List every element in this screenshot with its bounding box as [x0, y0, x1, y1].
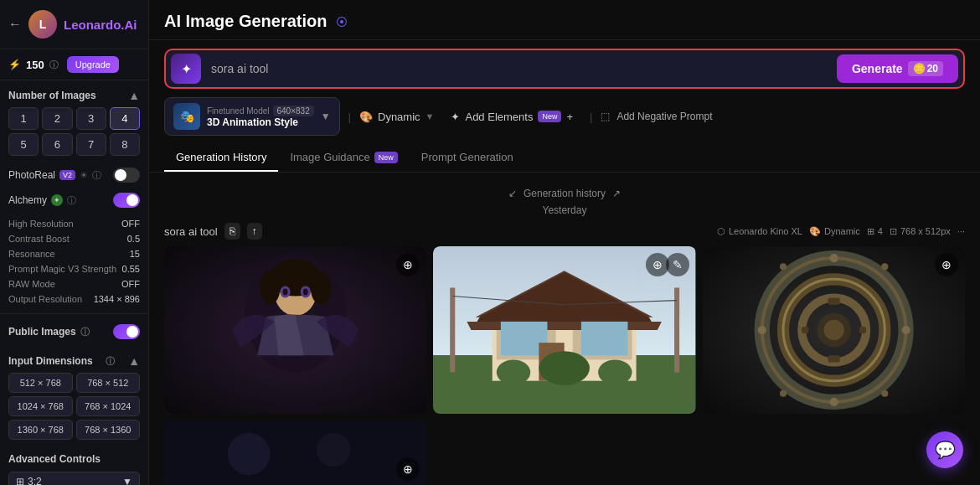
svg-point-9 [303, 288, 308, 295]
num-btn-7[interactable]: 7 [76, 133, 106, 156]
content-area: ↙ Generation history ↗ Yesterday sora ai… [149, 173, 980, 485]
alchemy-toggle-row: Alchemy ✦ ⓘ [0, 188, 148, 213]
svg-rect-16 [581, 322, 628, 355]
public-images-toggle[interactable] [113, 324, 140, 339]
svg-point-37 [780, 263, 787, 270]
public-images-info-icon[interactable]: ⓘ [80, 326, 90, 338]
setting-high-resolution: High Resolution OFF [8, 216, 140, 231]
generate-label: Generate [852, 62, 903, 75]
input-dimensions-header: Input Dimensions ⓘ ▲ [0, 346, 148, 373]
ratio-selector[interactable]: ⊞ 3:2 ▼ [8, 472, 140, 485]
ratio-icon: ⊞ [16, 476, 24, 485]
dim-768x1024[interactable]: 768 × 1024 [76, 396, 141, 416]
num-btn-1[interactable]: 1 [8, 107, 39, 130]
collapse-num-images-button[interactable]: ▲ [128, 89, 140, 102]
image-zoom-3-button[interactable]: ⊕ [935, 253, 958, 276]
dim-1024x768[interactable]: 1024 × 768 [8, 396, 73, 416]
alchemy-toggle[interactable] [113, 193, 140, 208]
prompt-input[interactable] [208, 57, 830, 80]
image-card-2[interactable]: ⊕ ✎ [433, 246, 695, 414]
prompt-icon-box: ✦ [171, 54, 201, 84]
tab-prompt-generation-label: Prompt Generation [421, 151, 513, 163]
tab-image-guidance-label: Image Guidance [290, 151, 369, 163]
model-type-tag: Finetuned Model 640×832 [207, 106, 314, 116]
tab-prompt-generation[interactable]: Prompt Generation [410, 144, 525, 172]
avatar: L [28, 10, 57, 39]
neg-prompt-toggle-icon: ⬚ [601, 111, 610, 122]
model-meta-icon: ⬡ [717, 226, 725, 237]
photreal-toggle[interactable] [113, 168, 140, 183]
num-btn-3[interactable]: 3 [76, 107, 106, 130]
elements-icon: ✦ [451, 111, 460, 123]
photreal-toggle-row: PhotoReal V2 ☀ ⓘ [0, 163, 148, 188]
svg-point-35 [757, 326, 766, 334]
svg-rect-45 [164, 421, 426, 485]
gen-resolution-meta: ⊡ 768 x 512px [890, 226, 951, 237]
negative-prompt-toggle[interactable]: ⬚ Add Negative Prompt [601, 111, 712, 122]
model-selector[interactable]: 🎭 Finetuned Model 640×832 3D Animation S… [164, 97, 340, 136]
gen-row-header: sora ai tool ⎘ ↑ ⬡ Leonardo Kino XL 🎨 Dy… [164, 223, 965, 240]
gen-prompt-text: sora ai tool [164, 225, 218, 238]
upload-prompt-button[interactable]: ↑ [247, 223, 262, 240]
arrow-right-icon: ↗ [612, 188, 621, 199]
gen-model-meta: ⬡ Leonardo Kino XL [717, 226, 802, 237]
num-btn-6[interactable]: 6 [42, 133, 72, 156]
svg-point-33 [829, 254, 838, 262]
svg-point-5 [311, 271, 331, 304]
photreal-info-icon[interactable]: ⓘ [92, 169, 101, 182]
num-images-section-header: Number of Images ▲ [0, 80, 148, 107]
alchemy-badge: ✦ [51, 194, 63, 206]
svg-rect-41 [828, 298, 839, 305]
input-dimensions-section: Input Dimensions ⓘ ▲ 512 × 768 768 × 512… [0, 346, 148, 446]
token-count: 150 [26, 59, 44, 71]
v2-badge: V2 [59, 170, 75, 180]
date-label: Yesterday [164, 203, 965, 223]
count-meta-icon: ⊞ [867, 226, 874, 237]
dim-768x512[interactable]: 768 × 512 [76, 373, 141, 393]
page-title: AI Image Generation [164, 12, 328, 31]
add-elements-button[interactable]: ✦ Add Elements New + [442, 106, 581, 128]
image-card-3[interactable]: ⊕ [703, 246, 965, 414]
ratio-arrow-icon: ▼ [122, 476, 132, 485]
settings-grid: High Resolution OFF Contrast Boost 0.5 R… [0, 213, 148, 310]
input-dimensions-info-icon[interactable]: ⓘ [106, 355, 115, 368]
tabs-bar: Generation History Image Guidance New Pr… [149, 144, 980, 173]
image-card-1[interactable]: ⊕ [164, 246, 426, 414]
model-dropdown-icon: ▼ [321, 111, 331, 122]
num-btn-5[interactable]: 5 [8, 133, 39, 156]
model-size-badge: 640×832 [273, 106, 314, 116]
back-button[interactable]: ← [8, 17, 22, 32]
setting-resonance: Resonance 15 [8, 246, 140, 261]
collapse-input-dimensions-button[interactable]: ▲ [128, 354, 140, 368]
upgrade-button[interactable]: Upgrade [67, 56, 119, 73]
ratio-value: 3:2 [28, 476, 42, 485]
tab-generation-history[interactable]: Generation History [164, 144, 278, 172]
setting-output-res: Output Resolution 1344 × 896 [8, 292, 140, 307]
num-btn-2[interactable]: 2 [42, 107, 72, 130]
generate-button[interactable]: Generate 🪙 20 [837, 54, 958, 83]
chat-button[interactable]: 💬 [926, 431, 963, 468]
dim-1360x768[interactable]: 1360 × 768 [8, 420, 73, 440]
image-action-2-button[interactable]: ✎ [666, 253, 689, 276]
add-icon: + [566, 111, 573, 123]
style-selector[interactable]: 🎨 Dynamic ▼ [359, 111, 434, 123]
tab-generation-history-label: Generation History [176, 151, 266, 163]
svg-rect-43 [802, 327, 808, 333]
arrow-left-icon: ↙ [508, 188, 517, 199]
more-options-icon[interactable]: ··· [957, 226, 965, 236]
tab-image-guidance[interactable]: Image Guidance New [278, 144, 409, 172]
advanced-controls-label: Advanced Controls [8, 453, 101, 465]
images-grid: ⊕ [164, 246, 965, 485]
page-help-icon[interactable]: ⦿ [336, 15, 348, 28]
num-btn-8[interactable]: 8 [110, 133, 140, 156]
gen-history-text: Generation history [524, 188, 606, 199]
image-card-4[interactable]: ⊕ [164, 421, 426, 485]
alchemy-info-icon[interactable]: ⓘ [67, 194, 76, 207]
num-btn-4[interactable]: 4 [110, 107, 140, 130]
dim-512x768[interactable]: 512 × 768 [8, 373, 73, 393]
copy-prompt-button[interactable]: ⎘ [224, 223, 240, 240]
model-thumbnail: 🎭 [173, 103, 200, 130]
dim-768x1360[interactable]: 768 × 1360 [76, 420, 141, 440]
generation-history-divider: ↙ Generation history ↗ [164, 181, 965, 203]
svg-point-38 [881, 263, 888, 270]
